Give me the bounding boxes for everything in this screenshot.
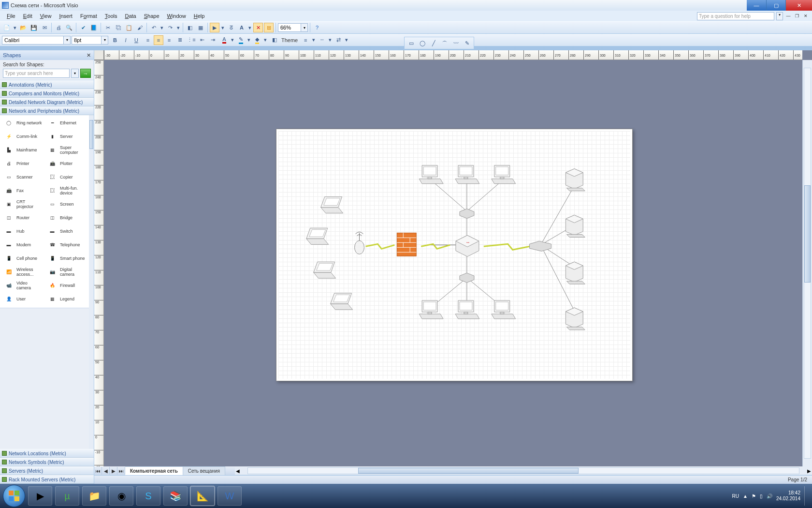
line-weight-dropdown[interactable]: ▾ (311, 35, 316, 45)
shape-stencil-item[interactable]: 📱Cell phone (1, 252, 44, 266)
taskbar-media-player-icon[interactable]: ▶ (28, 486, 52, 506)
shape-stencil-item[interactable]: ◫Bridge (44, 211, 88, 225)
line-ends-dropdown[interactable]: ▾ (344, 35, 349, 45)
stencil-header[interactable]: Computers and Monitors (Metric) (0, 89, 94, 98)
drawing-page[interactable]: ↔ (276, 129, 633, 381)
line-tool-button[interactable]: ╱ (429, 38, 438, 48)
taskbar-explorer-icon[interactable]: 📁 (82, 486, 106, 506)
align-right-button[interactable]: ≡ (164, 35, 174, 45)
shapes-window-button[interactable]: ◧ (185, 23, 195, 32)
stencil-header[interactable]: Detailed Network Diagram (Metric) (0, 98, 94, 106)
help-search-input[interactable]: Type a question for help (697, 12, 774, 20)
shape-stencil-item[interactable]: ▦Legend (44, 293, 88, 306)
shape-stencil-item[interactable]: ◯Ring network (1, 117, 44, 130)
taskbar-winrar-icon[interactable]: 📚 (163, 486, 188, 506)
bold-button[interactable]: B (110, 35, 120, 45)
page-tab-active[interactable]: Компьютерная сеть (125, 466, 183, 475)
taskbar-word-icon[interactable]: W (218, 486, 242, 506)
decrease-indent-button[interactable]: ⇤ (197, 35, 207, 45)
zoom-combo[interactable]: 66% ▾ (278, 23, 308, 32)
shapes-search-dropdown[interactable]: ▾ (71, 69, 79, 78)
shape-stencil-item[interactable]: 📱Smart phone (44, 252, 88, 266)
menu-tools[interactable]: Tools (101, 12, 121, 20)
redo-button[interactable]: ↷ (165, 23, 175, 32)
tray-volume-icon[interactable]: 🔊 (767, 493, 772, 499)
shape-stencil-item[interactable]: 🖨Printer (1, 157, 44, 171)
stencil-header[interactable]: Rack Mounted Servers (Metric) (0, 475, 94, 484)
shape-stencil-item[interactable]: ⚡Comm-link (1, 130, 44, 144)
mdi-close-button[interactable]: ✕ (802, 13, 809, 19)
theme-button[interactable]: ◧ (270, 35, 279, 45)
shape-stencil-item[interactable]: ⿴Multi-fun. device (44, 184, 88, 198)
font-color-button[interactable]: A (219, 35, 229, 45)
shape-stencil-item[interactable]: ▬Modem (1, 239, 44, 252)
research-button[interactable]: 📘 (89, 23, 99, 32)
shape-stencil-item[interactable]: 📹Video camera (1, 279, 44, 293)
line-color-dropdown[interactable]: ▾ (246, 35, 251, 45)
vertical-ruler[interactable]: 2502402302202102001901801701601501401301… (94, 60, 104, 466)
text-tool-button[interactable]: A (237, 23, 246, 32)
redo-dropdown[interactable]: ▾ (176, 23, 181, 32)
font-size-combo[interactable]: 8pt ▾ (72, 36, 108, 45)
pencil-tool-button[interactable]: ✎ (462, 38, 472, 48)
start-button[interactable] (3, 485, 25, 507)
shape-stencil-item[interactable]: ▭Scanner (1, 171, 44, 184)
underline-button[interactable]: U (131, 35, 141, 45)
tray-flag-icon[interactable]: ⚑ (752, 493, 756, 499)
theme-label[interactable]: Theme (280, 37, 299, 43)
tray-show-hidden-icon[interactable]: ▲ (743, 493, 748, 499)
stencil-header[interactable]: Network Symbols (Metric) (0, 458, 94, 466)
copy-button[interactable]: ⿻ (114, 23, 123, 32)
italic-button[interactable]: I (121, 35, 130, 45)
tab-nav-prev-button[interactable]: ◀ (102, 467, 110, 475)
shape-stencil-item[interactable]: ◫Router (1, 211, 44, 225)
shape-stencil-item[interactable]: 🔥Firewall (44, 279, 88, 293)
menu-window[interactable]: Window (163, 12, 190, 20)
arc-tool-button[interactable]: ⏜ (440, 38, 450, 48)
spelling-button[interactable]: ✔ (78, 23, 88, 32)
shape-stencil-item[interactable]: ━Ethernet (44, 117, 88, 130)
vertical-scrollbar[interactable] (802, 60, 812, 466)
connector-tool-button[interactable]: ᘔ (226, 23, 236, 32)
show-desktop-button[interactable] (804, 486, 809, 506)
shape-stencil-item[interactable]: ▙Mainframe (1, 144, 44, 157)
menu-view[interactable]: View (36, 12, 56, 20)
pointer-dropdown[interactable]: ▾ (220, 23, 225, 32)
mdi-restore-button[interactable]: ❐ (794, 13, 800, 19)
line-pattern-button[interactable]: ┄ (317, 35, 327, 45)
align-center-button[interactable]: ≡ (154, 35, 163, 45)
tab-nav-first-button[interactable]: ⏮ (94, 467, 102, 475)
shape-stencil-item[interactable]: ⿴Copier (44, 171, 88, 184)
shape-stencil-item[interactable]: 📶Wireless access... (1, 266, 44, 279)
drawing-tools-toolbar[interactable]: ▭ ◯ ╱ ⏜ 〰 ✎ (404, 37, 474, 49)
rectangle-tool-button[interactable]: ▭ (406, 38, 416, 48)
shapes-pane-close-button[interactable]: ✕ (87, 52, 91, 59)
increase-indent-button[interactable]: ⇥ (208, 35, 218, 45)
font-combo[interactable]: Calibri ▾ (2, 36, 71, 45)
font-color-dropdown[interactable]: ▾ (230, 35, 235, 45)
bullets-button[interactable]: ⋮≡ (187, 35, 196, 45)
fill-color-button[interactable]: ◆ (252, 35, 262, 45)
help-search-dropdown[interactable]: ▾ (776, 12, 783, 20)
window-maximize-button[interactable]: ▢ (766, 0, 785, 11)
tray-network-icon[interactable]: ▯ (760, 493, 763, 499)
line-weight-button[interactable]: ≡ (301, 35, 310, 45)
new-dropdown[interactable]: ▾ (13, 23, 17, 32)
stencil-header[interactable]: Servers (Metric) (0, 466, 94, 475)
line-color-button[interactable]: ✎ (236, 35, 246, 45)
shape-stencil-item[interactable]: ▣CRT projector (1, 198, 44, 211)
window-close-button[interactable]: ✕ (785, 0, 812, 11)
shapes-scrollbar[interactable] (89, 115, 94, 449)
taskbar-utorrent-icon[interactable]: µ (55, 486, 79, 506)
tray-clock[interactable]: 18:42 24.02.2014 (776, 490, 800, 502)
email-button[interactable]: ✉ (40, 23, 49, 32)
menu-help[interactable]: Help (190, 12, 209, 20)
snap-button[interactable]: ⊞ (264, 23, 274, 32)
undo-button[interactable]: ↶ (149, 23, 159, 32)
shape-stencil-item[interactable]: ▬Switch (44, 225, 88, 239)
menu-data[interactable]: Data (121, 12, 140, 20)
tab-nav-next-button[interactable]: ▶ (110, 467, 117, 475)
menu-shape[interactable]: Shape (140, 12, 163, 20)
page-tab-inactive[interactable]: Сеть вещания (183, 466, 225, 475)
shape-stencil-item[interactable]: ▬Hub (1, 225, 44, 239)
